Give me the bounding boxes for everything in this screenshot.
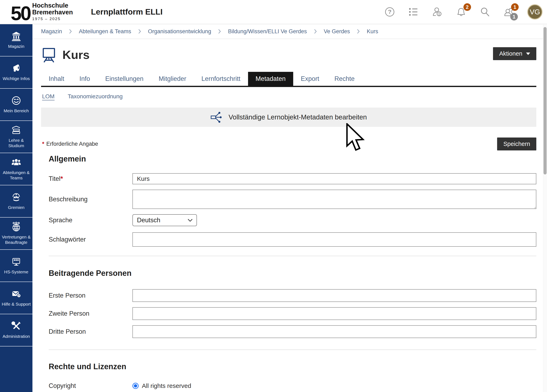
- help-icon[interactable]: ?: [384, 7, 395, 17]
- tab-einstellungen[interactable]: Einstellungen: [98, 72, 151, 86]
- sidebar-item-vertretungen-beauftragte[interactable]: Vertretungen & Beauftragte: [0, 217, 33, 250]
- chevron-right-icon: [218, 29, 221, 34]
- megaphone-icon: [11, 63, 21, 73]
- field-label-schlagwoerter: Schlagwörter: [49, 236, 132, 243]
- section-divider: [49, 256, 536, 256]
- tab-rechte[interactable]: Rechte: [327, 72, 362, 86]
- required-hint: *Erforderliche Angabe: [41, 141, 98, 147]
- metadata-form: Allgemein Titel* Beschreibung Sprache De…: [41, 155, 536, 390]
- logo-50-text: 50: [11, 5, 30, 21]
- zweite-person-input[interactable]: [132, 307, 536, 320]
- copyright-radio-selected[interactable]: [132, 383, 139, 389]
- field-label-titel: Titel*: [49, 175, 132, 182]
- svg-text:?: ?: [388, 9, 391, 15]
- contacts-new-badge: 1: [511, 3, 519, 11]
- logo-name-line1: Hochschule: [32, 2, 73, 9]
- sidebar-item-hilfe-support[interactable]: ? Hilfe & Support: [0, 282, 33, 314]
- chevron-right-icon: [138, 29, 142, 34]
- top-header: 50 Hochschule Bremerhaven 1975 – 2025 Le…: [0, 0, 547, 24]
- contacts-icon[interactable]: 1 1: [504, 7, 514, 17]
- sidebar-item-mein-bereich[interactable]: Mein Bereich: [0, 89, 33, 121]
- scrollbar-thumb[interactable]: [544, 27, 547, 175]
- people-group-icon: [11, 157, 21, 167]
- field-label-copyright: Copyright: [49, 382, 132, 390]
- section-divider: [49, 350, 536, 350]
- page-title: Kurs: [62, 48, 89, 61]
- main-sidebar: Magazin Wichtige Infos Mein Bereich Lehr…: [0, 24, 33, 392]
- globe-people-icon: [11, 222, 21, 232]
- breadcrumb-link[interactable]: Bildung/Wissen/ELLI Ve Gerdes: [228, 28, 307, 35]
- subtab-lom[interactable]: LOM: [42, 93, 55, 100]
- chevron-right-icon: [314, 29, 317, 34]
- section-title-personen: Beitragende Personen: [49, 269, 536, 278]
- share-nodes-icon: [211, 111, 222, 123]
- tools-icon: [11, 321, 21, 331]
- breadcrumb-link[interactable]: Ve Gerdes: [324, 28, 350, 35]
- sidebar-item-magazin[interactable]: Magazin: [0, 24, 33, 56]
- sidebar-item-administration[interactable]: Administration: [0, 314, 33, 346]
- subtab-taxonomiezuordnung[interactable]: Taxonomiezuordnung: [68, 93, 123, 100]
- logo-name-line2: Bremerhaven: [32, 9, 73, 16]
- tab-lernfortschritt[interactable]: Lernfortschritt: [194, 72, 248, 86]
- tab-mitglieder[interactable]: Mitglieder: [151, 72, 194, 86]
- breadcrumb-link-current[interactable]: Kurs: [367, 28, 378, 35]
- field-label-sprache: Sprache: [49, 216, 132, 224]
- committee-icon: [11, 192, 21, 202]
- books-graduation-icon: [11, 125, 21, 135]
- tab-metadaten[interactable]: Metadaten: [248, 72, 294, 86]
- contacts-total-badge: 1: [510, 13, 518, 20]
- notifications-count-badge: 2: [464, 3, 471, 11]
- user-awareness-icon[interactable]: [432, 7, 443, 17]
- breadcrumb-link[interactable]: Organisationsentwicklung: [148, 28, 211, 35]
- sprache-select[interactable]: Deutsch: [132, 214, 197, 226]
- smiley-icon: [11, 96, 21, 106]
- search-icon[interactable]: [480, 7, 490, 17]
- sidebar-item-gremien[interactable]: Gremien: [0, 185, 33, 217]
- list-menu-icon[interactable]: [408, 7, 419, 17]
- breadcrumb-link[interactable]: Magazin: [41, 28, 62, 35]
- sidebar-item-wichtige-infos[interactable]: Wichtige Infos: [0, 56, 33, 89]
- field-label-beschreibung: Beschreibung: [49, 196, 132, 203]
- envelope-question-icon: ?: [11, 289, 21, 299]
- erste-person-input[interactable]: [132, 289, 536, 302]
- chevron-down-icon: [187, 218, 193, 222]
- monitor-icon: ***: [11, 257, 21, 267]
- sidebar-item-hs-systeme[interactable]: *** HS-Systeme: [0, 250, 33, 282]
- schlagwoerter-input[interactable]: [132, 232, 536, 247]
- university-logo: 50 Hochschule Bremerhaven 1975 – 2025: [11, 2, 73, 21]
- save-button[interactable]: Speichern: [497, 137, 536, 150]
- tab-info[interactable]: Info: [72, 72, 98, 86]
- beschreibung-textarea[interactable]: [132, 190, 536, 209]
- caret-down-icon: [526, 53, 530, 55]
- copyright-radio-label: All rights reserved: [142, 382, 191, 389]
- logo-years: 1975 – 2025: [32, 17, 73, 21]
- edit-full-metadata-button[interactable]: Vollständige Lernobjekt-Metadaten bearbe…: [41, 108, 536, 127]
- sidebar-item-abteilungen-teams[interactable]: Abteilungen & Teams: [0, 153, 33, 185]
- field-label-zweite-person: Zweite Person: [49, 310, 132, 317]
- svg-text:***: ***: [14, 258, 19, 263]
- breadcrumb: Magazin Abteilungen & Teams Organisation…: [33, 24, 547, 39]
- section-title-allgemein: Allgemein: [49, 155, 536, 163]
- notifications-bell-icon[interactable]: 2: [456, 7, 466, 17]
- titel-input[interactable]: [132, 173, 536, 184]
- scrollbar-track[interactable]: [543, 25, 547, 392]
- edit-full-metadata-label: Vollständige Lernobjekt-Metadaten bearbe…: [229, 113, 367, 121]
- course-easel-icon: [41, 47, 57, 62]
- required-asterisk: *: [42, 141, 44, 147]
- tab-inhalt[interactable]: Inhalt: [41, 72, 72, 86]
- breadcrumb-link[interactable]: Abteilungen & Teams: [79, 28, 131, 35]
- sidebar-item-lehre-studium[interactable]: Lehre & Studium: [0, 121, 33, 153]
- user-avatar[interactable]: VG: [527, 4, 542, 20]
- chevron-right-icon: [68, 29, 72, 34]
- main-content: Magazin Abteilungen & Teams Organisation…: [33, 24, 547, 392]
- field-label-dritte-person: Dritte Person: [49, 328, 132, 335]
- actions-button[interactable]: Aktionen: [493, 47, 536, 60]
- section-title-rechte: Rechte und Lizenzen: [49, 362, 536, 371]
- field-label-erste-person: Erste Person: [49, 292, 132, 299]
- tab-export[interactable]: Export: [293, 72, 327, 86]
- svg-text:?: ?: [18, 294, 20, 297]
- app-title: Lernplattform ELLI: [91, 7, 163, 16]
- dritte-person-input[interactable]: [132, 325, 536, 338]
- subtab-bar: LOM Taxonomiezuordnung: [41, 93, 536, 100]
- chevron-right-icon: [356, 29, 360, 34]
